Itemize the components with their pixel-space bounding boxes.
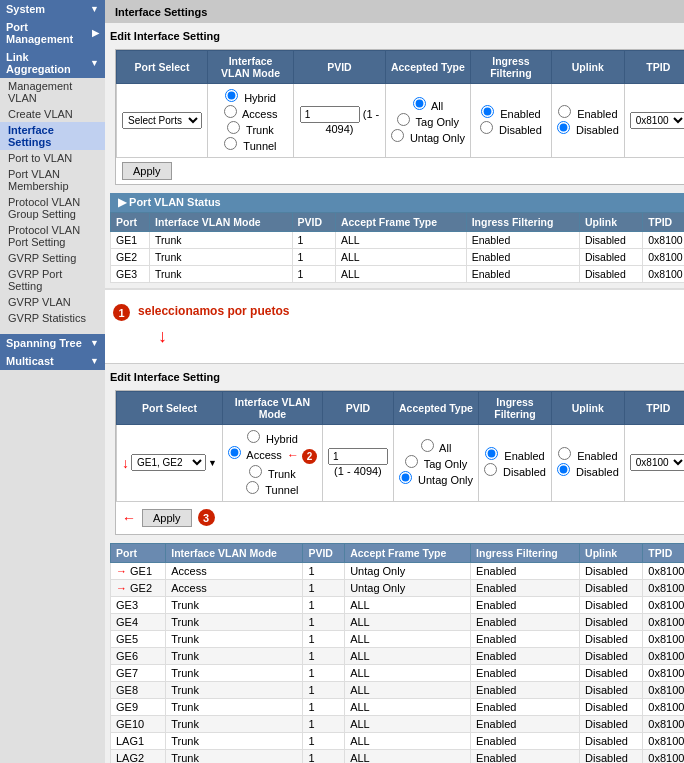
top-ingress-disabled-radio[interactable]	[480, 121, 493, 134]
bot-mode-trunk-label[interactable]: Trunk	[228, 465, 317, 480]
top-acc-all-radio[interactable]	[413, 97, 426, 110]
bot-uplink-enabled-radio[interactable]	[558, 447, 571, 460]
bot-ingress-disabled-label[interactable]: Disabled	[484, 463, 546, 478]
col-vlan-mode: Interface VLAN Mode	[208, 51, 294, 84]
top-status-cell-1-2: 1	[292, 249, 335, 266]
sidebar-section-system[interactable]: System ▼	[0, 0, 105, 18]
bot-acc-tagonly-label[interactable]: Tag Only	[399, 455, 473, 470]
col-tpid: TPID	[624, 51, 684, 84]
top-status-row: GE3Trunk1ALLEnabledDisabled0x8100	[111, 266, 685, 283]
top-acc-tagonly-label[interactable]: Tag Only	[391, 113, 465, 128]
top-mode-hybrid-label[interactable]: Hybrid	[213, 89, 288, 104]
top-port-select-cell: Select Ports	[117, 84, 208, 158]
top-mode-access-radio[interactable]	[224, 105, 237, 118]
sidebar-item-interface-settings[interactable]: Interface Settings	[0, 122, 105, 150]
bot-status-cell-8-2: 1	[303, 698, 345, 715]
sidebar-item-gvrp-vlan[interactable]: GVRP VLAN	[0, 294, 105, 310]
top-status-row: GE2Trunk1ALLEnabledDisabled0x8100	[111, 249, 685, 266]
top-mode-tunnel-radio[interactable]	[224, 137, 237, 150]
bot-mode-hybrid-radio[interactable]	[247, 430, 260, 443]
status-col-accept-frame: Accept Frame Type	[335, 213, 466, 232]
top-pvid-input[interactable]	[300, 106, 360, 123]
bot-status-row: GE3Trunk1ALLEnabledDisabled0x8100	[111, 596, 685, 613]
top-apply-button[interactable]: Apply	[122, 162, 172, 180]
bot-status-row: GE9Trunk1ALLEnabledDisabled0x8100	[111, 698, 685, 715]
bot-apply-button[interactable]: Apply	[142, 509, 192, 527]
bot-status-cell-10-0: LAG1	[111, 732, 166, 749]
sidebar-item-gvrp-setting[interactable]: GVRP Setting	[0, 250, 105, 266]
sidebar-section-port-mgmt[interactable]: Port Management ▶	[0, 18, 105, 48]
top-ingress-disabled-label[interactable]: Disabled	[476, 121, 546, 136]
bot-mode-trunk-radio[interactable]	[249, 465, 262, 478]
bot-status-cell-1-4: Enabled	[471, 579, 580, 596]
bot-acc-untagonly-radio[interactable]	[399, 471, 412, 484]
sidebar-item-gvrp-port-setting[interactable]: GVRP Port Setting	[0, 266, 105, 294]
sidebar-item-create-vlan[interactable]: Create VLAN	[0, 106, 105, 122]
bot-status-cell-10-3: ALL	[345, 732, 471, 749]
top-mode-tunnel-label[interactable]: Tunnel	[213, 137, 288, 152]
sidebar-section-spanning-tree[interactable]: Spanning Tree ▼	[0, 334, 105, 352]
bot-status-cell-0-2: 1	[303, 562, 345, 579]
status-col-tpid: TPID	[643, 213, 684, 232]
bot-status-col-ingress: Ingress Filtering	[471, 543, 580, 562]
bot-mode-access-label[interactable]: Access ← 2	[228, 446, 317, 464]
sidebar-item-port-to-vlan[interactable]: Port to VLAN	[0, 150, 105, 166]
bot-mode-tunnel-radio[interactable]	[246, 481, 259, 494]
bot-ingress-disabled-radio[interactable]	[484, 463, 497, 476]
top-uplink-disabled-radio[interactable]	[557, 121, 570, 134]
bot-uplink-enabled-label[interactable]: Enabled	[557, 447, 619, 462]
bot-tpid-select[interactable]: 0x8100 0x88a8 0x9100	[630, 454, 684, 471]
bot-pvid-input[interactable]	[328, 448, 388, 465]
bot-status-cell-0-6: 0x8100	[643, 562, 684, 579]
top-mode-access-label[interactable]: Access	[213, 105, 288, 120]
bot-status-cell-8-4: Enabled	[471, 698, 580, 715]
bot-status-cell-6-3: ALL	[345, 664, 471, 681]
top-port-select-dropdown[interactable]: Select Ports	[122, 112, 202, 129]
bot-acc-all-radio[interactable]	[421, 439, 434, 452]
bot-acc-untagonly-label[interactable]: Untag Only	[399, 471, 473, 486]
top-ingress-enabled-label[interactable]: Enabled	[476, 105, 546, 120]
bot-uplink-disabled-label[interactable]: Disabled	[557, 463, 619, 478]
bot-status-cell-8-1: Trunk	[166, 698, 303, 715]
bot-status-row: GE8Trunk1ALLEnabledDisabled0x8100	[111, 681, 685, 698]
sidebar-item-protocol-vlan-group[interactable]: Protocol VLAN Group Setting	[0, 194, 105, 222]
bot-ingress-enabled-label[interactable]: Enabled	[484, 447, 546, 462]
bot-status-cell-5-4: Enabled	[471, 647, 580, 664]
bot-uplink-disabled-radio[interactable]	[557, 463, 570, 476]
sidebar-item-mgmt-vlan[interactable]: Management VLAN	[0, 78, 105, 106]
sidebar-item-gvrp-statistics[interactable]: GVRP Statistics	[0, 310, 105, 326]
bot-mode-access-radio[interactable]	[228, 446, 241, 459]
top-mode-trunk-label[interactable]: Trunk	[213, 121, 288, 136]
top-acc-untagonly-radio[interactable]	[391, 129, 404, 142]
bot-acc-tagonly-radio[interactable]	[405, 455, 418, 468]
bot-status-cell-4-5: Disabled	[580, 630, 643, 647]
top-accepted-type-cell: All Tag Only Untag Only	[385, 84, 470, 158]
top-status-cell-0-4: Enabled	[466, 232, 579, 249]
bot-mode-hybrid-label[interactable]: Hybrid	[228, 430, 317, 445]
sidebar-section-multicast[interactable]: Multicast ▼	[0, 352, 105, 370]
top-uplink-enabled-label[interactable]: Enabled	[557, 105, 619, 120]
top-ingress-enabled-radio[interactable]	[481, 105, 494, 118]
top-uplink-disabled-label[interactable]: Disabled	[557, 121, 619, 136]
top-tpid-select[interactable]: 0x8100 0x88a8 0x9100	[630, 112, 684, 129]
top-mode-trunk-radio[interactable]	[227, 121, 240, 134]
bot-mode-tunnel-label[interactable]: Tunnel	[228, 481, 317, 496]
top-acc-untagonly-label[interactable]: Untag Only	[391, 129, 465, 144]
bot-port-select-dropdown[interactable]: GE1, GE2	[131, 454, 206, 471]
sidebar-section-link-agg[interactable]: Link Aggregation ▼	[0, 48, 105, 78]
bot-ingress-enabled-radio[interactable]	[485, 447, 498, 460]
top-acc-tagonly-radio[interactable]	[397, 113, 410, 126]
top-uplink-enabled-radio[interactable]	[558, 105, 571, 118]
top-acc-all-label[interactable]: All	[391, 97, 465, 112]
bot-acc-all-label[interactable]: All	[399, 439, 473, 454]
bot-status-cell-1-5: Disabled	[580, 579, 643, 596]
sidebar-item-protocol-vlan-port[interactable]: Protocol VLAN Port Setting	[0, 222, 105, 250]
top-status-table: Port Interface VLAN Mode PVID Accept Fra…	[110, 212, 684, 283]
col-uplink: Uplink	[551, 51, 624, 84]
bot-status-cell-11-6: 0x8100	[643, 749, 684, 763]
sidebar-item-port-vlan-membership[interactable]: Port VLAN Membership	[0, 166, 105, 194]
bot-status-cell-4-2: 1	[303, 630, 345, 647]
bot-status-row: GE6Trunk1ALLEnabledDisabled0x8100	[111, 647, 685, 664]
top-mode-hybrid-radio[interactable]	[225, 89, 238, 102]
top-status-cell-2-1: Trunk	[150, 266, 292, 283]
